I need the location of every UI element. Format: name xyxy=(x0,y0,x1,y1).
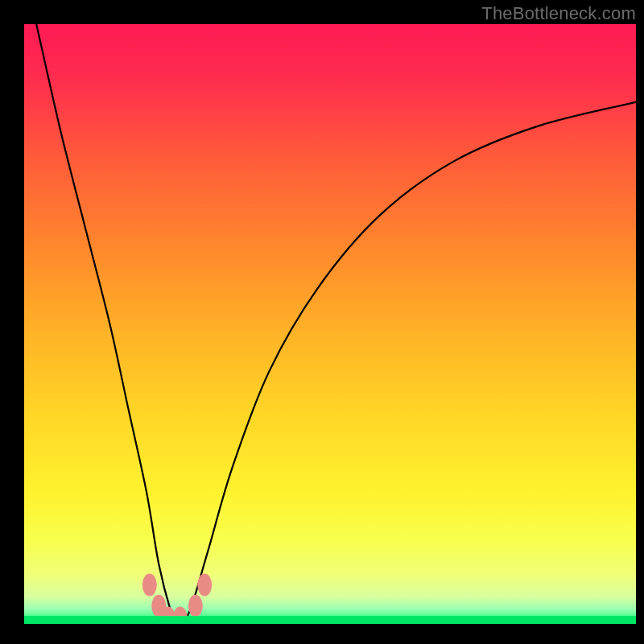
curve-marker xyxy=(188,595,203,617)
curve-layer xyxy=(24,24,636,624)
bottleneck-curve xyxy=(36,24,636,624)
curve-marker xyxy=(142,574,157,597)
bottom-green-bar xyxy=(24,616,636,624)
chart-frame: TheBottleneck.com xyxy=(0,0,644,644)
curve-marker xyxy=(197,574,212,597)
watermark-text: TheBottleneck.com xyxy=(481,3,636,24)
plot-area xyxy=(24,24,636,624)
